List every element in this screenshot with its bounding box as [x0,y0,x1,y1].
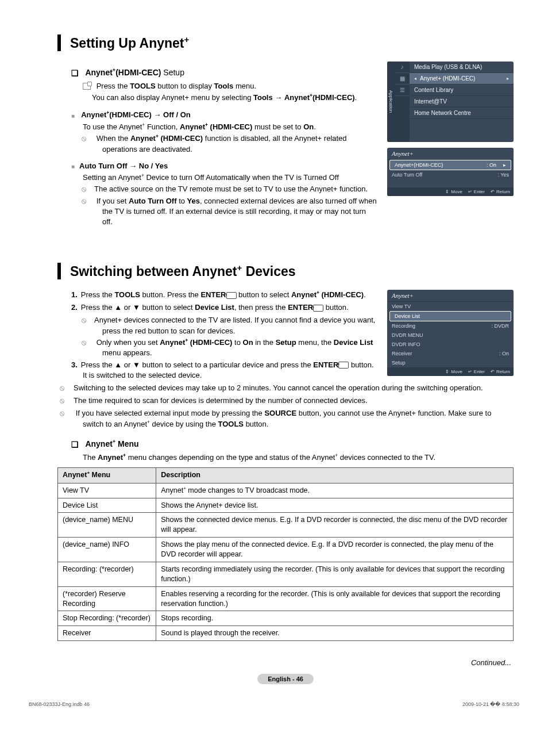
osd-item: Media Play (USB & DLNA) [410,62,514,73]
table-row: ReceiverSound is played through the rece… [58,626,514,641]
table-row: (device_name) MENUShows the connected de… [58,513,514,538]
osd-dev-row: View TV [387,302,514,311]
osd-dev-row: Receiver: On [387,349,514,358]
osd-setup-row: Auto Turn Off: Yes [387,170,514,179]
continued-label: Continued... [57,658,511,667]
osd-item: Internet@TV [410,96,514,108]
page-number: English - 46 [57,674,514,684]
step-2: 2.Press the ▲ or ▼ button to select Devi… [71,302,378,313]
osd-setup-row-selected: Anynet+(HDMI-CEC): On▸ [389,160,511,170]
auto-off-desc: Setting an Anynet+ Device to turn Off Au… [83,172,378,183]
osd-item: Content Library [410,85,514,96]
sub-setup-heading: Anynet+(HDMI-CEC) Setup [71,67,378,78]
osd-item: Home Network Centre [410,108,514,119]
bullet-hdmi-cec: Anynet+(HDMI-CEC) → Off / On [71,110,378,119]
bullet-auto-turn-off: Auto Turn Off → No / Yes [71,162,378,170]
tools-instruction: Press the TOOLS button to display Tools … [83,81,378,91]
osd-application-menu: Application ♪ ▦ ☰ Media Play (USB & DLNA… [387,62,514,142]
osd-footer: Move Enter Return [387,187,514,196]
table-row: Device ListShows the Anynet+ device list… [58,498,514,513]
tools-icon [83,83,91,90]
anynet-menu-intro: The Anynet+ menu changes depending on th… [83,452,514,463]
osd-icon-3: ☰ [395,85,410,96]
osd-tab-application: Application [387,62,395,142]
enter-icon [313,305,323,312]
print-meta: BN68-02333J-Eng.indb 46 2009-10-21 �� 8:… [23,701,525,707]
table-row: View TVAnynet+ mode changes to TV broadc… [58,483,514,498]
section2-title: Switching between Anynet+ Devices [57,263,514,279]
enter-icon [338,362,349,369]
osd-device-title: Anynet+ [387,290,514,302]
enter-icon [226,292,237,299]
osd-dev-row-selected: Device List [389,311,511,321]
step-3: 3.Press the ▲ or ▼ button to select to a… [71,360,378,381]
osd-device-list: Anynet+ View TV Device List Recording: D… [387,290,514,376]
osd-icon-2: ▦ [395,73,410,85]
hdmi-cec-note: When the Anynet+ (HDMI-CEC) function is … [92,133,378,155]
osd-dev-row: DVDR INFO [387,340,514,349]
table-row: (device_name) INFOShows the play menu of… [58,538,514,562]
step-1: 1.Press the TOOLS button. Press the ENTE… [71,290,378,301]
osd-icon-1: ♪ [395,62,410,73]
table-row: Recording: (*recorder)Starts recording i… [58,562,514,586]
table-row: Stop Recording: (*recorder)Stops recordi… [58,611,514,626]
osd-item-selected: ◂Anynet+ (HDMI-CEC)▸ [410,73,514,85]
hdmi-cec-desc: To use the Anynet+ Function, Anynet+ (HD… [83,122,378,133]
osd-dev-row: Recording: DVDR [387,321,514,331]
section1-title: Setting Up Anynet+ [57,34,514,51]
osd-dev-row: Setup [387,358,514,367]
osd-anynet-setup: Anynet+ Anynet+(HDMI-CEC): On▸ Auto Turn… [387,148,514,196]
gen-note-3: If you have selected external input mode… [71,408,514,429]
osd-anynet-title: Anynet+ [387,148,514,160]
step2-note1: Anynet+ devices connected to the TV are … [92,315,378,336]
auto-off-note1: The active source on the TV remote must … [92,184,378,194]
anynet-menu-heading: Anynet+ Menu [71,439,514,449]
tools-instruction-2: You can also display Anynet+ menu by sel… [92,93,378,103]
gen-note-2: The time required to scan for devices is… [71,396,514,406]
gen-note-1: Switching to the selected devices may ta… [71,383,514,393]
auto-off-note2: If you set Auto Turn Off to Yes, connect… [92,196,378,228]
table-header-desc: Description [156,468,514,483]
table-header-menu: Anynet+ Menu [58,468,156,483]
step2-note2: Only when you set Anynet+ (HDMI-CEC) to … [92,337,378,359]
anynet-menu-table: Anynet+ Menu Description View TVAnynet+ … [57,467,514,641]
osd-footer: Move Enter Return [387,367,514,376]
table-row: (*recorder) Reserve RecordingEnables res… [58,586,514,611]
osd-dev-row: DVDR MENU [387,331,514,340]
